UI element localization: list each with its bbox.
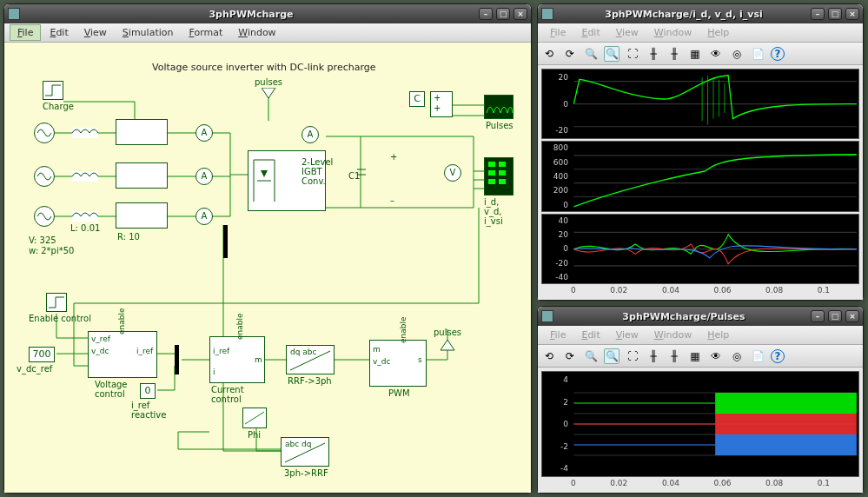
fit-icon[interactable]: ⛶: [625, 348, 640, 364]
sum-block[interactable]: + +: [430, 91, 453, 117]
cursor-icon[interactable]: ╫: [646, 348, 661, 364]
block-3ph-rrf[interactable]: abc dq: [281, 437, 329, 467]
menu-edit[interactable]: Edit: [574, 25, 606, 40]
scope2-plot[interactable]: 4 2 0 -2 -4: [541, 371, 859, 477]
scope-pulses[interactable]: [484, 95, 514, 119]
menu-file[interactable]: File: [10, 24, 41, 41]
label-wsrc: w: 2*pi*50: [29, 246, 74, 255]
ytick: 4: [544, 375, 568, 384]
block-charge-step[interactable]: [43, 81, 63, 100]
cursor2-icon[interactable]: ╫: [666, 46, 682, 62]
menu-help[interactable]: Help: [700, 328, 736, 342]
constant-C[interactable]: C: [409, 91, 425, 107]
svg-rect-50: [715, 434, 857, 455]
mux-meas[interactable]: [223, 225, 228, 258]
zoombox-icon[interactable]: 🔍: [604, 46, 620, 62]
page-icon[interactable]: 📄: [750, 46, 765, 62]
titlebar-model[interactable]: 3phPWMcharge – □ ×: [4, 4, 531, 23]
block-enable-step[interactable]: [46, 293, 67, 312]
scope-signals[interactable]: [484, 157, 514, 195]
ytick: 20: [544, 73, 568, 82]
close-button[interactable]: ×: [845, 310, 859, 322]
menu-edit[interactable]: Edit: [574, 328, 606, 342]
help-icon[interactable]: ?: [771, 47, 785, 61]
ytick: 2: [544, 398, 568, 407]
xtick: 0.02: [610, 479, 627, 487]
fwd-icon[interactable]: ⟳: [562, 46, 578, 62]
menu-view[interactable]: View: [609, 25, 646, 40]
scope1-plot1[interactable]: 20 0 -20: [541, 69, 859, 139]
menu-format[interactable]: Format: [182, 25, 229, 40]
scope1-title: 3phPWMcharge/i_d, v_d, i_vsi: [557, 9, 811, 20]
page-icon[interactable]: 📄: [750, 348, 765, 364]
ac-source-a[interactable]: [34, 123, 55, 143]
close-button[interactable]: ×: [514, 8, 527, 20]
plus-top: +: [390, 152, 397, 162]
minimize-button[interactable]: –: [479, 8, 493, 20]
menu-file[interactable]: File: [543, 25, 573, 40]
ammeter-c[interactable]: A: [195, 208, 213, 225]
target-icon[interactable]: ◎: [729, 46, 745, 62]
breaker-a[interactable]: [116, 119, 168, 145]
eye-icon[interactable]: 👁: [708, 348, 724, 364]
constant-vdcref[interactable]: 700: [29, 347, 55, 362]
voltmeter-dc[interactable]: V: [444, 164, 461, 182]
inductor-b[interactable]: [72, 171, 98, 182]
menu-edit[interactable]: Edit: [43, 25, 75, 40]
ammeter-a[interactable]: A: [195, 124, 213, 142]
ammeter-dc[interactable]: A: [301, 126, 319, 143]
breaker-b[interactable]: [116, 162, 168, 189]
back-icon[interactable]: ⟲: [541, 46, 557, 62]
back-icon[interactable]: ⟲: [541, 348, 557, 364]
eye-icon[interactable]: 👁: [708, 46, 724, 62]
mux-iref[interactable]: [175, 345, 179, 374]
ytick: -20: [544, 259, 568, 268]
svg-marker-24: [441, 340, 454, 350]
block-rrf-3ph[interactable]: dq abc: [286, 345, 335, 374]
menu-file[interactable]: File: [543, 328, 573, 342]
model-canvas[interactable]: Voltage source inverter with DC-link pre…: [4, 43, 531, 493]
minimize-button[interactable]: –: [811, 310, 825, 322]
xtick: 0.06: [713, 479, 731, 487]
target-icon[interactable]: ◎: [729, 348, 745, 364]
cursor2-icon[interactable]: ╫: [666, 348, 682, 364]
fwd-icon[interactable]: ⟳: [562, 348, 578, 364]
menu-window[interactable]: Window: [231, 25, 282, 40]
fit-icon[interactable]: ⛶: [625, 46, 640, 62]
inductor-c[interactable]: [72, 211, 98, 222]
ammeter-b[interactable]: A: [195, 168, 213, 185]
menu-help[interactable]: Help: [700, 25, 736, 40]
zoom-icon[interactable]: 🔍: [583, 46, 599, 62]
zoombox-icon[interactable]: 🔍: [604, 348, 620, 364]
titlebar-scope2[interactable]: 3phPWMcharge/Pulses – □ ×: [538, 307, 863, 326]
port-iref-in: i_ref: [213, 347, 229, 355]
ytick: 20: [544, 230, 568, 239]
grid-icon[interactable]: ▦: [687, 348, 703, 364]
titlebar-scope1[interactable]: 3phPWMcharge/i_d, v_d, i_vsi – □ ×: [538, 4, 863, 23]
close-button[interactable]: ×: [845, 8, 859, 20]
maximize-button[interactable]: □: [828, 310, 842, 322]
svg-line-22: [290, 351, 330, 370]
menu-window[interactable]: Window: [647, 328, 699, 342]
menu-simulation[interactable]: Simulation: [116, 25, 181, 40]
cursor-icon[interactable]: ╫: [646, 46, 661, 62]
menu-view[interactable]: View: [77, 25, 114, 40]
scope1-plot2[interactable]: 800 600 400 200 0: [541, 141, 859, 211]
diagram-title: Voltage source inverter with DC-link pre…: [152, 62, 376, 73]
constant-iref-reactive[interactable]: 0: [140, 383, 156, 399]
minimize-button[interactable]: –: [811, 8, 825, 20]
menu-view[interactable]: View: [609, 328, 646, 342]
inductor-a[interactable]: [72, 128, 98, 138]
menubar-model: File Edit View Simulation Format Window: [4, 23, 531, 43]
maximize-button[interactable]: □: [496, 8, 510, 20]
maximize-button[interactable]: □: [828, 8, 842, 20]
scope1-plot3[interactable]: 40 20 0 -20 -40: [541, 214, 859, 284]
ac-source-b[interactable]: [34, 166, 55, 187]
help-icon[interactable]: ?: [771, 349, 785, 363]
grid-icon[interactable]: ▦: [687, 46, 703, 62]
block-phi[interactable]: [242, 408, 267, 428]
zoom-icon[interactable]: 🔍: [583, 348, 599, 364]
menu-window[interactable]: Window: [647, 25, 699, 40]
ac-source-c[interactable]: [34, 206, 55, 227]
breaker-c[interactable]: [116, 202, 168, 229]
